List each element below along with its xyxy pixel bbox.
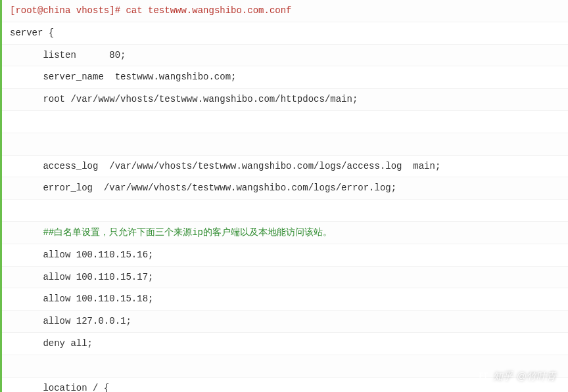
comment-text: ##白名单设置，只允许下面三个来源ip的客户端以及本地能访问该站。: [10, 227, 332, 238]
watermark-author: @竹叶青: [517, 370, 556, 383]
watermark-brand: 知乎: [493, 370, 513, 383]
code-line: access_log /var/www/vhosts/testwww.wangs…: [2, 156, 568, 178]
prompt-hash: #: [115, 5, 126, 16]
code-line: root /var/www/vhosts/testwww.wangshibo.c…: [2, 89, 568, 111]
code-line: [2, 200, 568, 222]
code-block: [root@china vhosts]# cat testwww.wangshi…: [0, 0, 568, 392]
code-line: allow 100.110.15.17;: [2, 267, 568, 289]
code-comment-line: ##白名单设置，只允许下面三个来源ip的客户端以及本地能访问该站。: [2, 222, 568, 244]
watermark: 知乎 @竹叶青: [477, 370, 556, 383]
code-line: server {: [2, 22, 568, 45]
code-line: [2, 111, 568, 133]
code-line: deny all;: [2, 333, 568, 355]
code-line: allow 100.110.15.16;: [2, 244, 568, 267]
code-line: error_log /var/www/vhosts/testwww.wangsh…: [2, 177, 568, 200]
code-line: server_name testwww.wangshibo.com;: [2, 66, 568, 89]
prompt-command: cat testwww.wangshibo.com.conf: [126, 5, 291, 16]
code-line: allow 100.110.15.18;: [2, 288, 568, 311]
prompt-user-host: [root@china vhosts]: [10, 5, 115, 16]
zhihu-logo-icon: [477, 371, 489, 383]
code-line: allow 127.0.0.1;: [2, 311, 568, 333]
code-line: listen 80;: [2, 45, 568, 67]
code-line: [2, 133, 568, 156]
terminal-prompt-line: [root@china vhosts]# cat testwww.wangshi…: [2, 0, 568, 22]
